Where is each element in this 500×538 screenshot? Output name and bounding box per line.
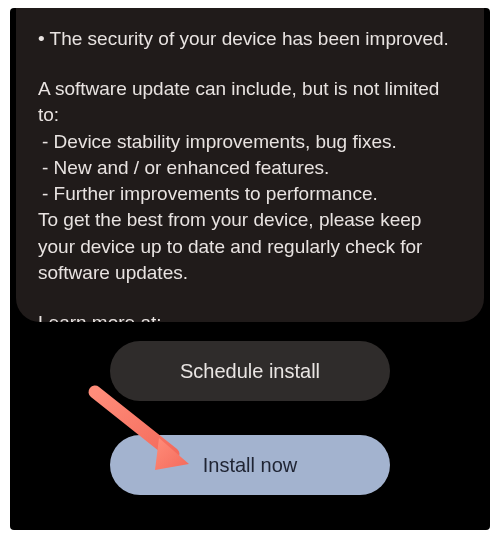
update-include-item: - New and / or enhanced features. <box>38 155 462 181</box>
update-include-item: - Device stability improvements, bug fix… <box>38 129 462 155</box>
update-includes-block: A software update can include, but is no… <box>38 76 462 286</box>
update-advice: To get the best from your device, please… <box>38 209 422 282</box>
install-now-button[interactable]: Install now <box>110 435 390 495</box>
security-bullet: • The security of your device has been i… <box>38 26 462 52</box>
update-description: • The security of your device has been i… <box>38 26 462 322</box>
update-include-item: - Further improvements to performance. <box>38 181 462 207</box>
update-details-card: • The security of your device has been i… <box>16 8 484 322</box>
software-update-screen: • The security of your device has been i… <box>10 8 490 530</box>
schedule-install-button[interactable]: Schedule install <box>110 341 390 401</box>
update-includes-intro: A software update can include, but is no… <box>38 78 439 125</box>
action-button-area: Schedule install Install now <box>10 315 490 530</box>
